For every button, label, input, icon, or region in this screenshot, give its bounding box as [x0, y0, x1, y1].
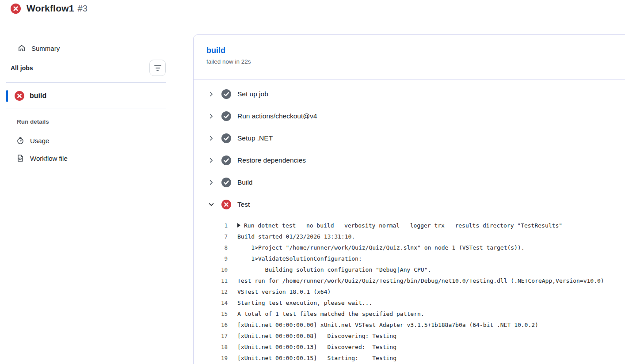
step-label: Build — [237, 178, 252, 186]
failed-status-icon — [11, 4, 21, 14]
check-circle-icon — [221, 155, 231, 165]
x-circle-icon — [15, 91, 24, 101]
sidebar-item-usage[interactable]: Usage — [16, 135, 49, 146]
chevron-right-icon — [208, 135, 214, 141]
job-label: build — [30, 92, 46, 100]
log-line: 12 VSTest version 18.0.1 (x64) — [194, 286, 625, 297]
log-line-text: Test run for /home/runner/work/Quiz/Quiz… — [237, 277, 604, 284]
log-line-number[interactable]: 8 — [194, 244, 228, 251]
log-line-text: Starting test execution, please wait... — [237, 300, 372, 306]
chevron-right-icon — [208, 113, 214, 119]
log-line-number[interactable]: 7 — [194, 233, 228, 240]
log-line-text: A total of 1 test files matched the spec… — [237, 311, 424, 317]
step-label: Test — [237, 201, 250, 209]
sidebar-item-label: Workflow file — [30, 155, 68, 162]
log-line-text: 1>ValidateSolutionConfiguration: — [237, 255, 362, 262]
log-line-number[interactable]: 17 — [194, 333, 228, 339]
check-circle-icon — [221, 89, 231, 99]
log-line-text: 1>Project "/home/runner/work/Quiz/Quiz/Q… — [237, 244, 525, 251]
workflow-title: Workflow1 — [27, 3, 74, 13]
all-jobs-row: All jobs — [11, 60, 166, 76]
check-circle-icon — [221, 178, 231, 187]
selected-job-indicator — [6, 90, 8, 102]
log-line: 15 A total of 1 test files matched the s… — [194, 308, 625, 319]
log-line-number[interactable]: 19 — [194, 355, 228, 361]
job-card-header: build failed now in 22s — [194, 35, 625, 80]
chevron-down-icon — [208, 201, 214, 208]
chevron-right-icon — [208, 157, 214, 163]
log-line: 10 Building solution configuration "Debu… — [194, 264, 625, 275]
step-row[interactable]: Test — [194, 193, 625, 216]
log-line-text: Building solution configuration "Debug|A… — [237, 266, 431, 273]
sidebar-divider — [6, 82, 166, 83]
log-line: 8 1>Project "/home/runner/work/Quiz/Quiz… — [194, 242, 625, 253]
chevron-right-icon — [208, 91, 214, 97]
log-line: 9 1>ValidateSolutionConfiguration: — [194, 253, 625, 264]
log-group-toggle-icon[interactable] — [237, 223, 240, 228]
sidebar-divider — [6, 109, 166, 109]
log-line-number[interactable]: 9 — [194, 255, 228, 262]
log-line: 17 [xUnit.net 00:00:00.08] Discovering: … — [194, 330, 625, 341]
sidebar-item-summary[interactable]: Summary — [18, 42, 60, 54]
steps-list: Set up job Run actions/checkout@v4 Setup… — [194, 80, 625, 216]
chevron-right-icon — [208, 179, 214, 186]
sidebar-item-workflow-file[interactable]: Workflow file — [16, 152, 68, 164]
step-label: Restore dependencies — [237, 156, 306, 164]
log-line-text: [xUnit.net 00:00:00.00] xUnit.net VSTest… — [237, 322, 538, 328]
log-line: 18 [xUnit.net 00:00:00.13] Discovered: T… — [194, 341, 625, 353]
log-line: 19 [xUnit.net 00:00:00.15] Starting: Tes… — [194, 353, 625, 364]
file-code-icon — [16, 154, 24, 162]
home-icon — [18, 44, 26, 52]
run-details-heading: Run details — [17, 118, 49, 125]
log-line-text: [xUnit.net 00:00:00.13] Discovered: Test… — [237, 344, 396, 350]
step-label: Run actions/checkout@v4 — [237, 112, 317, 120]
log-line-text: Run dotnet test --no-build --verbosity n… — [237, 222, 562, 229]
log-line-number[interactable]: 12 — [194, 288, 228, 295]
step-label: Setup .NET — [237, 134, 273, 142]
log-line-text: [xUnit.net 00:00:00.08] Discovering: Tes… — [237, 333, 396, 339]
log-line-text: [xUnit.net 00:00:00.15] Starting: Testin… — [237, 355, 396, 361]
filter-jobs-button[interactable] — [149, 60, 166, 76]
log-line-number[interactable]: 10 — [194, 266, 228, 273]
step-row[interactable]: Set up job — [194, 83, 625, 105]
job-detail-card: build failed now in 22s Set up job Run a… — [193, 34, 625, 364]
sidebar-job-build[interactable]: build — [6, 87, 166, 105]
log-line-text: VSTest version 18.0.1 (x64) — [237, 288, 331, 295]
run-number: #3 — [78, 4, 88, 13]
sidebar-item-label: Usage — [30, 137, 49, 144]
log-line-number[interactable]: 16 — [194, 322, 228, 328]
log-line: 14 Starting test execution, please wait.… — [194, 297, 625, 308]
step-row[interactable]: Setup .NET — [194, 127, 625, 149]
log-line-number[interactable]: 14 — [194, 300, 228, 306]
log-line-number[interactable]: 11 — [194, 277, 228, 284]
log-line-number[interactable]: 18 — [194, 344, 228, 350]
sidebar-item-label: Summary — [31, 45, 60, 52]
check-circle-icon — [221, 133, 231, 143]
log-line-text: Build started 01/23/2026 13:31:10. — [237, 233, 355, 240]
log-line: 16 [xUnit.net 00:00:00.00] xUnit.net VST… — [194, 319, 625, 330]
log-line-number[interactable]: 15 — [194, 311, 228, 317]
log-line: 1 Run dotnet test --no-build --verbosity… — [194, 220, 625, 231]
step-label: Set up job — [237, 90, 268, 98]
step-row[interactable]: Run actions/checkout@v4 — [194, 105, 625, 127]
job-status-text: failed now in 22s — [206, 58, 625, 65]
log-line: 7 Build started 01/23/2026 13:31:10. — [194, 231, 625, 242]
step-row[interactable]: Build — [194, 171, 625, 193]
step-row[interactable]: Restore dependencies — [194, 149, 625, 171]
job-title-link[interactable]: build — [206, 46, 625, 55]
log-line: 11 Test run for /home/runner/work/Quiz/Q… — [194, 275, 625, 286]
check-circle-icon — [221, 111, 231, 121]
x-circle-icon — [221, 200, 231, 209]
all-jobs-label: All jobs — [11, 64, 33, 72]
log-viewer: 1 Run dotnet test --no-build --verbosity… — [194, 220, 625, 364]
filter-lines-icon — [154, 65, 161, 71]
log-line-number[interactable]: 1 — [194, 222, 228, 229]
stopwatch-icon — [16, 136, 24, 144]
run-header: Workflow1#3 — [11, 3, 88, 14]
